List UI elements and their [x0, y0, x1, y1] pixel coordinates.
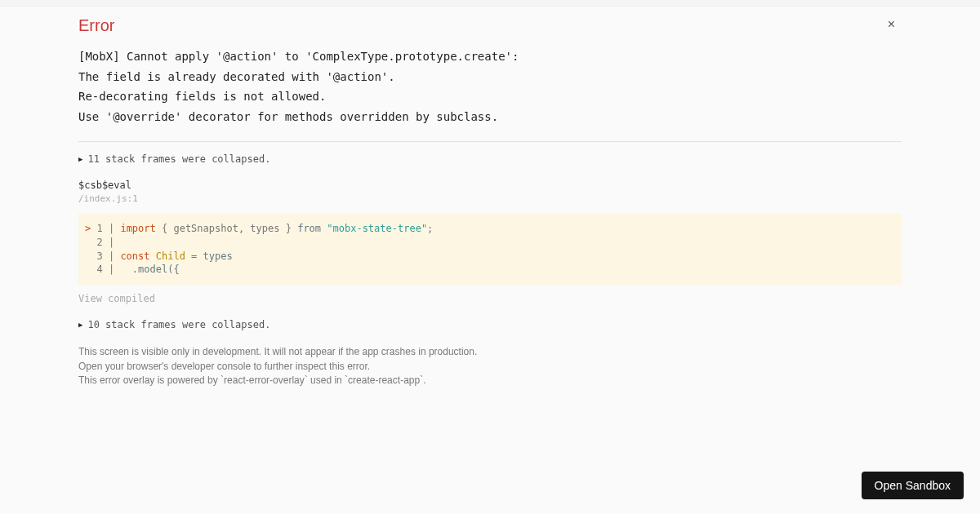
footer-line: Open your browser's developer console to…: [78, 360, 902, 374]
code-snippet: > 1 | import { getSnapshot, types } from…: [78, 214, 902, 285]
error-line-arrow: >: [85, 223, 91, 234]
close-button[interactable]: ×: [888, 18, 895, 31]
collapsed-frames-second[interactable]: ▶ 10 stack frames were collapsed.: [78, 319, 902, 330]
code-braces: { getSnapshot, types }: [156, 223, 297, 234]
code-line: 4 | .model({: [78, 263, 902, 277]
collapsed-frames-first[interactable]: ▶ 11 stack frames were collapsed.: [78, 153, 902, 165]
stack-function-name: $csb$eval: [78, 179, 902, 191]
code-line: > 1 | import { getSnapshot, types } from…: [78, 222, 902, 236]
line-number: 2: [96, 237, 102, 248]
footer-line: This error overlay is powered by `react-…: [78, 374, 902, 388]
code-text: types: [203, 250, 233, 262]
divider: [78, 141, 902, 142]
line-pipe: |: [109, 223, 114, 234]
code-keyword: import: [120, 223, 155, 234]
stack-file-location[interactable]: /index.js:1: [78, 193, 902, 204]
code-text: =: [191, 250, 203, 262]
error-title: Error: [78, 16, 902, 35]
line-number: 3: [96, 250, 102, 262]
code-text: .model({: [114, 264, 179, 275]
footer-line: This screen is visible only in developme…: [78, 345, 902, 359]
code-semi: ;: [427, 223, 433, 234]
code-text: from: [297, 223, 327, 234]
error-content: Error [MobX] Cannot apply '@action' to '…: [0, 7, 980, 388]
line-number: 4: [96, 264, 102, 275]
error-message-line: The field is already decorated with '@ac…: [78, 70, 395, 83]
code-line: 2 |: [78, 236, 902, 250]
footer-text: This screen is visible only in developme…: [78, 345, 902, 388]
error-message-line: Re-decorating fields is not allowed.: [78, 90, 326, 103]
triangle-right-icon: ▶: [78, 155, 82, 163]
code-string: "mobx-state-tree": [327, 223, 427, 234]
view-compiled-link[interactable]: View compiled: [78, 293, 902, 304]
collapsed-frames-label: 10 stack frames were collapsed.: [87, 319, 270, 330]
line-number: 1: [96, 223, 102, 234]
top-banner: [0, 0, 980, 7]
open-sandbox-button[interactable]: Open Sandbox: [862, 472, 964, 499]
line-pipe: |: [109, 250, 114, 262]
triangle-right-icon: ▶: [78, 321, 82, 329]
code-identifier: Child: [150, 250, 192, 262]
error-overlay: × Error [MobX] Cannot apply '@action' to…: [0, 7, 980, 514]
code-line: 3 | const Child = types: [78, 250, 902, 264]
code-keyword: const: [120, 250, 149, 262]
error-message: [MobX] Cannot apply '@action' to 'Comple…: [78, 47, 902, 126]
error-message-line: Use '@override' decorator for methods ov…: [78, 110, 498, 123]
collapsed-frames-label: 11 stack frames were collapsed.: [87, 153, 270, 165]
error-message-line: [MobX] Cannot apply '@action' to 'Comple…: [78, 50, 519, 63]
line-pipe: |: [109, 237, 114, 248]
